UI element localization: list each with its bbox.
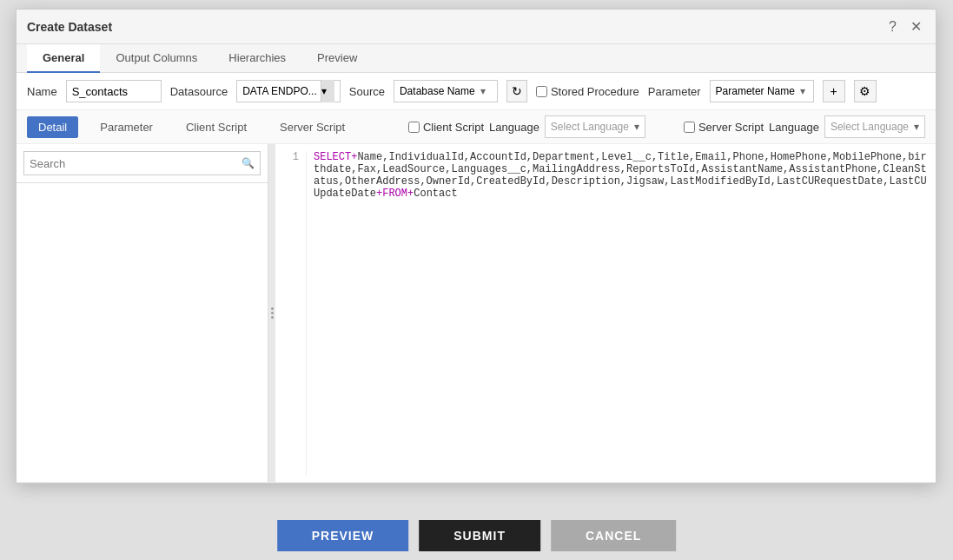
name-label: Name bbox=[27, 85, 57, 98]
tab-hierarchies[interactable]: Hierarchies bbox=[213, 44, 301, 73]
datasource-label: Datasource bbox=[170, 85, 228, 98]
main-toolbar: Name Datasource DATA ENDPO... ▾ Source D… bbox=[17, 73, 936, 110]
code-content[interactable]: SELECT+Name,IndividualId,AccountId,Depar… bbox=[314, 151, 929, 475]
table-name: Contact bbox=[414, 188, 457, 200]
stored-procedure-checkbox[interactable] bbox=[536, 86, 547, 97]
sub-tab-server-script[interactable]: Server Script bbox=[268, 116, 356, 138]
sub-tab-client-script[interactable]: Client Script bbox=[175, 116, 258, 138]
parameter-value: Parameter Name bbox=[716, 85, 795, 97]
title-actions: ? ✕ bbox=[885, 16, 925, 36]
resize-handle[interactable] bbox=[268, 144, 275, 482]
settings-icon: ⚙ bbox=[859, 84, 870, 98]
preview-button[interactable]: PREVIEW bbox=[277, 520, 409, 551]
client-script-checkbox[interactable] bbox=[408, 122, 420, 133]
server-language-label: Language bbox=[769, 121, 819, 134]
search-icon: 🔍 bbox=[242, 157, 255, 169]
datasource-arrow[interactable]: ▾ bbox=[321, 80, 334, 102]
server-language-placeholder: Select Language bbox=[831, 121, 909, 133]
main-tabs: General Output Columns Hierarchies Previ… bbox=[17, 44, 936, 73]
source-value: Database Name bbox=[400, 85, 475, 97]
server-script-checkbox-label[interactable]: Server Script bbox=[684, 121, 764, 134]
editor-area[interactable]: 1 SELECT+Name,IndividualId,AccountId,Dep… bbox=[275, 144, 936, 482]
tab-output-columns[interactable]: Output Columns bbox=[100, 44, 213, 73]
line-number-1: 1 bbox=[282, 151, 299, 163]
dropdown-arrow-icon: ▾ bbox=[321, 85, 334, 97]
help-button[interactable]: ? bbox=[885, 17, 900, 36]
resize-dot-2 bbox=[271, 312, 274, 314]
close-button[interactable]: ✕ bbox=[907, 16, 925, 36]
refresh-icon: ↻ bbox=[512, 84, 522, 98]
stored-procedure-label: Stored Procedure bbox=[551, 85, 639, 98]
resize-dot-3 bbox=[271, 316, 274, 319]
footer-buttons: PREVIEW SUBMIT CANCEL bbox=[277, 520, 677, 551]
keyword-from: FROM bbox=[382, 188, 407, 200]
client-language-select[interactable]: Select Language ▾ bbox=[545, 115, 645, 138]
datasource-value: DATA ENDPO... bbox=[242, 85, 317, 97]
search-input-wrap[interactable]: 🔍 bbox=[23, 151, 261, 175]
create-dataset-dialog: Create Dataset ? ✕ General Output Column… bbox=[16, 9, 936, 484]
tab-general[interactable]: General bbox=[27, 44, 100, 73]
dialog-title: Create Dataset bbox=[27, 20, 112, 34]
plus-icon: + bbox=[830, 84, 837, 98]
source-select[interactable]: Database Name ▾ bbox=[394, 80, 498, 102]
datasource-select[interactable]: DATA ENDPO... ▾ bbox=[236, 80, 341, 102]
content-area: 🔍 1 SELECT+Name,IndividualId,AccountId,D… bbox=[17, 144, 936, 483]
server-language-select[interactable]: Select Language ▾ bbox=[824, 115, 925, 138]
sub-tab-detail[interactable]: Detail bbox=[27, 116, 78, 138]
sub-tab-parameter[interactable]: Parameter bbox=[89, 116, 164, 138]
stored-procedure-checkbox-label[interactable]: Stored Procedure bbox=[536, 85, 639, 98]
server-script-checkbox[interactable] bbox=[684, 122, 695, 133]
server-script-label: Server Script bbox=[698, 121, 764, 134]
name-input[interactable] bbox=[66, 80, 162, 102]
client-script-label: Client Script bbox=[423, 121, 484, 134]
line-numbers: 1 bbox=[282, 151, 307, 475]
add-parameter-button[interactable]: + bbox=[823, 80, 845, 102]
cancel-button[interactable]: CANCEL bbox=[551, 520, 676, 551]
resize-dot-1 bbox=[271, 307, 274, 310]
parameter-label: Parameter bbox=[648, 85, 701, 98]
client-language-label: Language bbox=[489, 121, 539, 134]
client-script-checkbox-label[interactable]: Client Script bbox=[408, 121, 484, 134]
search-box: 🔍 bbox=[17, 144, 268, 183]
sub-toolbar: Detail Parameter Client Script Server Sc… bbox=[17, 110, 936, 144]
tab-preview[interactable]: Preview bbox=[301, 44, 373, 73]
search-input[interactable] bbox=[30, 157, 242, 170]
keyword-select: SELECT bbox=[314, 151, 351, 163]
parameter-select[interactable]: Parameter Name ▾ bbox=[710, 80, 814, 102]
source-label: Source bbox=[349, 85, 385, 98]
sidebar: 🔍 bbox=[17, 144, 268, 482]
settings-button[interactable]: ⚙ bbox=[854, 80, 877, 102]
refresh-button[interactable]: ↻ bbox=[506, 80, 527, 102]
client-script-section: Client Script Language Select Language ▾ bbox=[408, 115, 645, 138]
server-script-section: Server Script Language Select Language ▾ bbox=[684, 115, 925, 138]
client-language-placeholder: Select Language bbox=[551, 121, 629, 133]
dialog-titlebar: Create Dataset ? ✕ bbox=[17, 10, 936, 44]
submit-button[interactable]: SUBMIT bbox=[419, 520, 540, 551]
